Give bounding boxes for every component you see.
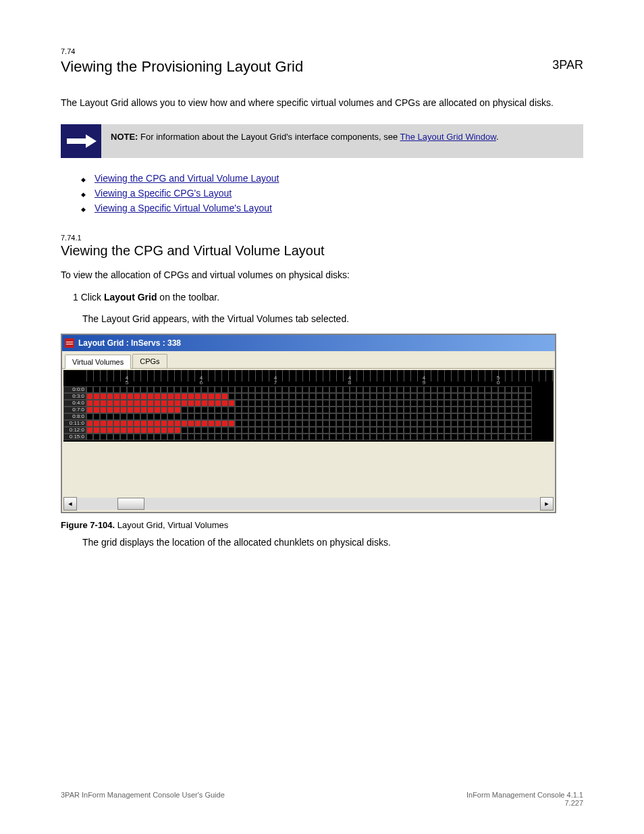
grid-cell[interactable]: [140, 434, 147, 440]
grid-cell[interactable]: [161, 400, 167, 407]
grid-cell[interactable]: [525, 434, 532, 440]
grid-cell[interactable]: [424, 400, 431, 407]
grid-cell[interactable]: [275, 434, 282, 440]
grid-cell[interactable]: [235, 400, 242, 407]
grid-cell[interactable]: [86, 386, 93, 393]
grid-cell[interactable]: [370, 400, 377, 407]
grid-cell[interactable]: [350, 400, 356, 407]
grid-cell[interactable]: [100, 386, 107, 393]
grid-cell[interactable]: [228, 393, 235, 400]
grid-cell[interactable]: [417, 434, 424, 440]
grid-cell[interactable]: [120, 427, 127, 434]
grid-cell[interactable]: [424, 413, 431, 420]
note-link[interactable]: The Layout Grid Window: [400, 132, 496, 142]
toc-link[interactable]: Viewing a Specific CPG's Layout: [95, 188, 232, 199]
grid-cell[interactable]: [262, 407, 269, 413]
grid-cell[interactable]: [410, 420, 417, 427]
grid-cell[interactable]: [93, 420, 100, 427]
grid-cell[interactable]: [120, 434, 127, 440]
grid-cell[interactable]: [356, 427, 363, 434]
grid-cell[interactable]: [464, 420, 471, 427]
grid-cell[interactable]: [181, 413, 188, 420]
grid-cell[interactable]: [458, 407, 464, 413]
grid-cell[interactable]: [140, 407, 147, 413]
grid-cell[interactable]: [491, 407, 498, 413]
grid-cell[interactable]: [343, 420, 350, 427]
grid-cell[interactable]: [167, 434, 174, 440]
grid-cell[interactable]: [275, 400, 282, 407]
grid-cell[interactable]: [323, 386, 329, 393]
grid-cell[interactable]: [134, 434, 140, 440]
grid-cell[interactable]: [289, 393, 296, 400]
grid-cell[interactable]: [93, 393, 100, 400]
grid-cell[interactable]: [248, 427, 255, 434]
grid-cell[interactable]: [107, 420, 113, 427]
grid-cell[interactable]: [343, 400, 350, 407]
grid-cell[interactable]: [275, 420, 282, 427]
grid-cell[interactable]: [478, 393, 485, 400]
grid-cell[interactable]: [518, 407, 525, 413]
grid-cell[interactable]: [512, 407, 518, 413]
grid-cell[interactable]: [248, 393, 255, 400]
grid-cell[interactable]: [201, 413, 208, 420]
grid-cell[interactable]: [127, 386, 134, 393]
grid-cell[interactable]: [370, 427, 377, 434]
grid-cell[interactable]: [174, 427, 181, 434]
grid-cell[interactable]: [343, 413, 350, 420]
grid-cell[interactable]: [363, 393, 370, 400]
grid-cell[interactable]: [370, 413, 377, 420]
grid-cell[interactable]: [93, 400, 100, 407]
grid-cell[interactable]: [120, 400, 127, 407]
grid-cell[interactable]: [444, 407, 451, 413]
grid-cell[interactable]: [451, 393, 458, 400]
scroll-right-button[interactable]: ►: [540, 497, 554, 511]
grid-cell[interactable]: [167, 400, 174, 407]
grid-cell[interactable]: [444, 386, 451, 393]
grid-cell[interactable]: [336, 427, 343, 434]
grid-cell[interactable]: [350, 413, 356, 420]
grid-cell[interactable]: [242, 400, 248, 407]
grid-cell[interactable]: [248, 420, 255, 427]
grid-cell[interactable]: [174, 393, 181, 400]
grid-cell[interactable]: [397, 386, 404, 393]
grid-cell[interactable]: [194, 434, 201, 440]
grid-cell[interactable]: [356, 386, 363, 393]
grid-cell[interactable]: [215, 427, 221, 434]
grid-cell[interactable]: [451, 386, 458, 393]
grid-cell[interactable]: [316, 386, 323, 393]
grid-cell[interactable]: [370, 393, 377, 400]
grid-cell[interactable]: [518, 420, 525, 427]
grid-cell[interactable]: [208, 427, 215, 434]
grid-cell[interactable]: [107, 386, 113, 393]
grid-cell[interactable]: [356, 420, 363, 427]
grid-cell[interactable]: [181, 393, 188, 400]
grid-cell[interactable]: [464, 434, 471, 440]
grid-cell[interactable]: [147, 413, 154, 420]
grid-cell[interactable]: [296, 427, 302, 434]
grid-cell[interactable]: [478, 420, 485, 427]
grid-cell[interactable]: [485, 434, 491, 440]
grid-cell[interactable]: [93, 386, 100, 393]
grid-cell[interactable]: [107, 400, 113, 407]
grid-cell[interactable]: [444, 427, 451, 434]
grid-cell[interactable]: [329, 427, 336, 434]
grid-cell[interactable]: [167, 420, 174, 427]
grid-cell[interactable]: [397, 393, 404, 400]
grid-cell[interactable]: [255, 427, 262, 434]
grid-cell[interactable]: [437, 407, 444, 413]
grid-cell[interactable]: [93, 427, 100, 434]
grid-cell[interactable]: [154, 434, 161, 440]
grid-cell[interactable]: [269, 434, 275, 440]
grid-cell[interactable]: [201, 400, 208, 407]
grid-cell[interactable]: [174, 386, 181, 393]
grid-cell[interactable]: [350, 393, 356, 400]
grid-cell[interactable]: [242, 434, 248, 440]
grid-cell[interactable]: [505, 434, 512, 440]
grid-cell[interactable]: [417, 413, 424, 420]
grid-cell[interactable]: [485, 386, 491, 393]
grid-cell[interactable]: [86, 413, 93, 420]
grid-cell[interactable]: [383, 386, 390, 393]
grid-cell[interactable]: [269, 400, 275, 407]
grid-cell[interactable]: [512, 427, 518, 434]
grid-cell[interactable]: [471, 400, 478, 407]
